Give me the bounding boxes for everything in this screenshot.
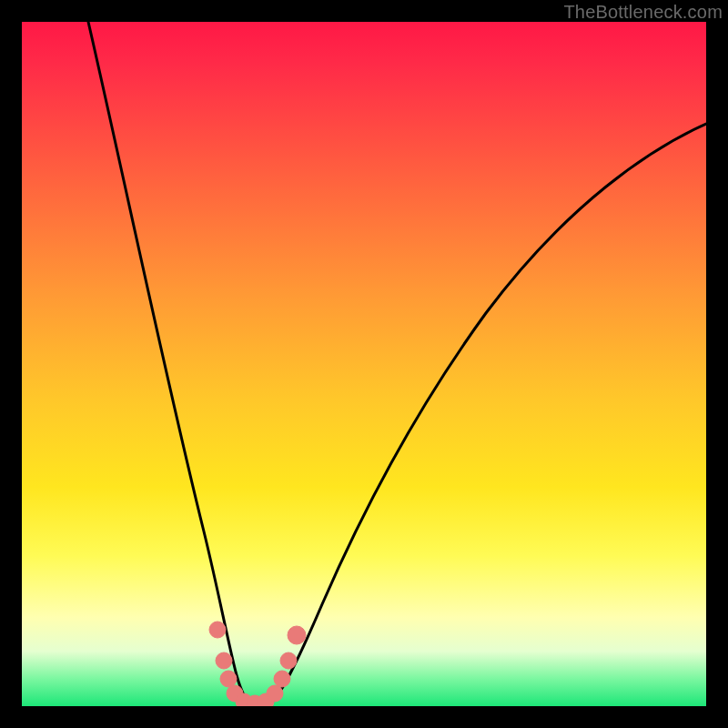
marker-group — [209, 622, 306, 706]
chart-svg — [22, 22, 706, 706]
curve-left-branch — [88, 22, 251, 704]
marker-dot — [280, 652, 297, 669]
marker-dot — [216, 652, 232, 669]
watermark-text: TheBottleneck.com — [563, 2, 723, 23]
marker-dot — [209, 622, 226, 638]
marker-dot — [267, 685, 283, 702]
marker-dot — [220, 671, 237, 687]
curve-right-branch — [269, 124, 706, 704]
marker-dot — [288, 626, 306, 644]
marker-dot — [274, 671, 290, 687]
chart-frame — [22, 22, 706, 706]
